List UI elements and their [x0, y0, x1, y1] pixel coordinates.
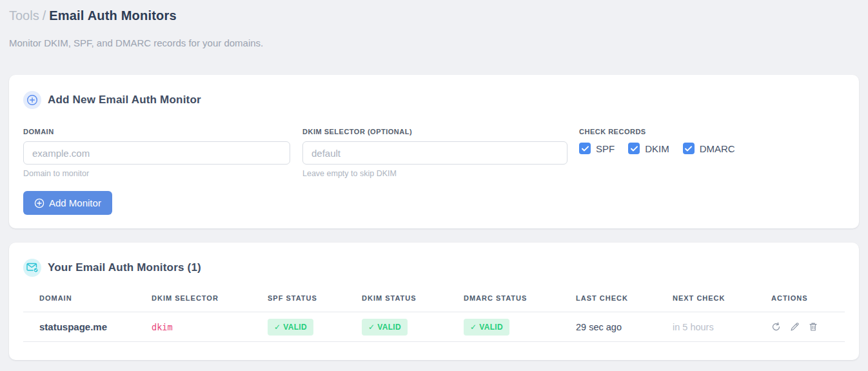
add-monitor-card-title: Add New Email Auth Monitor [48, 94, 201, 106]
delete-button[interactable] [809, 322, 818, 332]
add-monitor-form: DOMAIN Domain to monitor DKIM SELECTOR (… [23, 128, 845, 178]
breadcrumb: Tools/Email Auth Monitors [9, 8, 859, 23]
check-records-label: CHECK RECORDS [579, 128, 749, 135]
col-header-dkim-selector: DKIM SELECTOR [135, 290, 252, 312]
check-glyph: ✓ [470, 323, 477, 332]
breadcrumb-separator: / [43, 8, 46, 23]
page-subtitle: Monitor DKIM, SPF, and DMARC records for… [9, 37, 859, 49]
col-header-spf-status: SPF STATUS [252, 290, 346, 312]
monitor-dkim-selector: dkim [135, 312, 252, 342]
add-monitor-card-header: Add New Email Auth Monitor [23, 91, 845, 109]
check-records-items: SPF DKIM DMARC [579, 143, 749, 154]
monitors-card-header: Your Email Auth Monitors (1) [23, 259, 845, 277]
monitor-actions-cell [755, 312, 845, 342]
dmarc-checkbox[interactable]: DMARC [683, 143, 735, 154]
table-row: statuspage.me dkim ✓VALID ✓VALID ✓VALID … [23, 312, 845, 342]
col-header-dkim-status: DKIM STATUS [346, 290, 448, 312]
trash-icon [809, 322, 818, 332]
add-monitor-card: Add New Email Auth Monitor DOMAIN Domain… [9, 75, 859, 228]
page-title: Email Auth Monitors [49, 8, 177, 23]
dkim-status-text: VALID [377, 323, 401, 332]
checkbox-checked-icon [683, 143, 695, 154]
dkim-checkbox-label: DKIM [645, 143, 669, 154]
page-header: Tools/Email Auth Monitors Monitor DKIM, … [0, 0, 868, 49]
dkim-selector-field-group: DKIM SELECTOR (OPTIONAL) Leave empty to … [302, 128, 567, 178]
refresh-icon [771, 322, 781, 332]
add-monitor-button-label: Add Monitor [49, 197, 101, 208]
col-header-dmarc-status: DMARC STATUS [448, 290, 560, 312]
dmarc-status-text: VALID [479, 323, 503, 332]
monitor-last-check: 29 sec ago [560, 312, 656, 342]
spf-checkbox-label: SPF [596, 143, 615, 154]
breadcrumb-tools-link[interactable]: Tools [9, 8, 39, 23]
spf-status-badge: ✓VALID [268, 319, 313, 336]
monitor-domain: statuspage.me [23, 312, 135, 342]
domain-field-group: DOMAIN Domain to monitor [23, 128, 290, 178]
col-header-last-check: LAST CHECK [560, 290, 656, 312]
spf-checkbox[interactable]: SPF [579, 143, 615, 154]
edit-button[interactable] [790, 322, 800, 332]
pencil-icon [790, 322, 800, 332]
checkbox-checked-icon [628, 143, 640, 154]
table-header-row: DOMAIN DKIM SELECTOR SPF STATUS DKIM STA… [23, 290, 845, 312]
check-glyph: ✓ [274, 323, 281, 332]
dkim-selector-field-helper: Leave empty to skip DKIM [302, 169, 567, 178]
checkbox-checked-icon [579, 143, 591, 154]
refresh-button[interactable] [771, 322, 781, 332]
check-glyph: ✓ [368, 323, 375, 332]
spf-status-text: VALID [283, 323, 307, 332]
monitors-table: DOMAIN DKIM SELECTOR SPF STATUS DKIM STA… [23, 290, 845, 342]
col-header-actions: ACTIONS [755, 290, 845, 312]
dmarc-status-badge: ✓VALID [464, 319, 509, 336]
dmarc-checkbox-label: DMARC [700, 143, 735, 154]
row-actions [771, 322, 845, 332]
dkim-checkbox[interactable]: DKIM [628, 143, 669, 154]
plus-circle-icon [23, 91, 41, 109]
domain-field-helper: Domain to monitor [23, 169, 290, 178]
domain-field-label: DOMAIN [23, 128, 290, 135]
domain-input[interactable] [23, 141, 290, 165]
monitors-card-title: Your Email Auth Monitors (1) [48, 261, 201, 274]
col-header-domain: DOMAIN [23, 290, 135, 312]
mail-check-icon [23, 259, 41, 277]
dkim-selector-input[interactable] [302, 141, 567, 165]
monitor-dmarc-status-cell: ✓VALID [448, 312, 560, 342]
monitor-next-check: in 5 hours [656, 312, 755, 342]
plus-circle-icon [34, 198, 44, 208]
dkim-selector-field-label: DKIM SELECTOR (OPTIONAL) [302, 128, 567, 135]
monitor-spf-status-cell: ✓VALID [252, 312, 346, 342]
col-header-next-check: NEXT CHECK [656, 290, 755, 312]
add-monitor-button[interactable]: Add Monitor [23, 191, 112, 215]
dkim-status-badge: ✓VALID [362, 319, 408, 336]
monitors-card: Your Email Auth Monitors (1) DOMAIN DKIM… [9, 243, 859, 360]
monitor-dkim-status-cell: ✓VALID [346, 312, 448, 342]
check-records-group: CHECK RECORDS SPF DKIM [579, 128, 749, 154]
